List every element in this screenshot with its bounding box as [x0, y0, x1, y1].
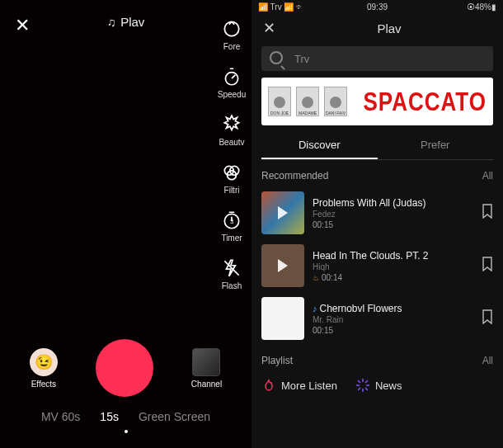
status-bar: 📶 Trv 📶 ᯤ 09:39 ⦿48%▮ [252, 0, 503, 13]
status-time: 09:39 [367, 2, 388, 12]
search-input[interactable]: Trv [261, 46, 493, 71]
search-icon [270, 51, 288, 67]
music-note-icon: ♪ [313, 304, 317, 314]
mode-15s[interactable]: 15s [100, 410, 119, 423]
filters-tool[interactable]: Filtri [212, 162, 252, 195]
fire-icon: ♨ [313, 274, 319, 282]
banner-title: SPACCATO [363, 86, 487, 116]
flash-off-icon [221, 257, 242, 279]
speed-tool[interactable]: Speedu [212, 66, 252, 99]
music-picker-screen: 📶 Trv 📶 ᯤ 09:39 ⦿48%▮ ✕ Plav Trv DON JOE… [252, 0, 503, 448]
effects-icon: 😉 [30, 348, 58, 376]
sparkle-icon [221, 114, 242, 135]
svg-line-15 [358, 388, 360, 390]
record-button[interactable] [96, 339, 153, 397]
featured-banner[interactable]: DON JOE MADAME DANI FAIV SPACCATO [261, 78, 493, 125]
speed-icon [221, 66, 242, 87]
playlist-news[interactable]: News [355, 378, 402, 393]
music-note-icon [107, 15, 116, 29]
tool-column: Fore Speedu Beautv Filtri 3 Timer Flash [212, 18, 252, 290]
recording-screen: ✕ Plav Fore Speedu Beautv Filtri [0, 0, 252, 448]
play-label: Plav [120, 15, 144, 29]
tab-discover[interactable]: Discover [261, 132, 378, 159]
mode-mv60[interactable]: MV 60s [41, 410, 80, 423]
status-battery: ⦿48%▮ [467, 2, 496, 12]
banner-artist-2: MADAME [296, 87, 319, 116]
album-art [261, 191, 304, 234]
track-artist: Hiqh [313, 262, 473, 273]
mode-indicator-dot [125, 430, 128, 433]
filters-icon [221, 162, 242, 183]
play-icon [278, 206, 288, 219]
svg-line-14 [365, 380, 368, 383]
bookmark-icon[interactable] [482, 309, 493, 328]
track-title: ♪Chernobvl Flowers [313, 303, 473, 314]
playlist-more-listen[interactable]: More Listen [261, 378, 337, 393]
track-artist: Mr. Rain [313, 314, 473, 326]
timer-tool[interactable]: 3 Timer [212, 210, 252, 243]
track-duration: 00:15 [313, 220, 473, 229]
album-art [261, 297, 304, 340]
playlist-heading: Playlist [261, 355, 293, 366]
sound-picker[interactable]: Plav [107, 15, 145, 29]
track-row[interactable]: ♪Chernobvl Flowers Mr. Rain 00:15 [252, 292, 503, 345]
channel-button[interactable]: Channel [191, 348, 222, 389]
track-row[interactable]: Head In The Clouds. PT. 2 Hiqh ♨00:14 [252, 239, 503, 292]
track-title: Problems With All (Judas) [313, 197, 473, 209]
close-icon[interactable]: ✕ [263, 19, 275, 37]
mode-greenscreen[interactable]: Green Screen [139, 410, 210, 423]
timer-icon: 3 [221, 210, 242, 231]
track-row[interactable]: Problems With All (Judas) Fedez 00:15 [252, 186, 503, 239]
track-artist: Fedez [313, 209, 473, 220]
beauty-tool[interactable]: Beautv [212, 114, 252, 147]
album-art [261, 244, 304, 287]
picker-tabs: Discover Prefer [261, 132, 493, 160]
bookmark-icon[interactable] [482, 257, 493, 275]
flame-icon [261, 378, 276, 393]
bookmark-icon[interactable] [482, 204, 493, 222]
status-carrier: 📶 Trv 📶 ᯤ [258, 2, 304, 12]
flash-tool[interactable]: Flash [212, 257, 252, 290]
track-duration: 00:15 [313, 326, 473, 335]
playlist-all-link[interactable]: All [482, 355, 493, 366]
gallery-icon [192, 348, 220, 376]
svg-line-12 [358, 380, 360, 383]
flip-tool[interactable]: Fore [212, 18, 252, 51]
effects-button[interactable]: 😉 Effects [30, 348, 58, 389]
picker-title: Plav [377, 21, 401, 35]
play-icon [278, 259, 288, 272]
svg-point-1 [225, 73, 237, 85]
svg-line-13 [365, 388, 368, 390]
search-placeholder: Trv [294, 53, 309, 65]
tab-prefer[interactable]: Prefer [378, 132, 494, 159]
svg-text:3: 3 [230, 218, 233, 225]
recommended-all-link[interactable]: All [482, 170, 493, 182]
flip-icon [221, 18, 242, 40]
track-duration: ♨00:14 [313, 273, 473, 282]
mode-selector[interactable]: MV 60s 15s Green Screen [0, 410, 252, 423]
svg-point-0 [224, 21, 238, 35]
banner-artist-3: DANI FAIV [324, 87, 347, 116]
banner-artist-1: DON JOE [268, 87, 291, 116]
track-title: Head In The Clouds. PT. 2 [313, 250, 473, 262]
recommended-heading: Recommended [261, 170, 328, 182]
burst-icon [355, 378, 370, 393]
